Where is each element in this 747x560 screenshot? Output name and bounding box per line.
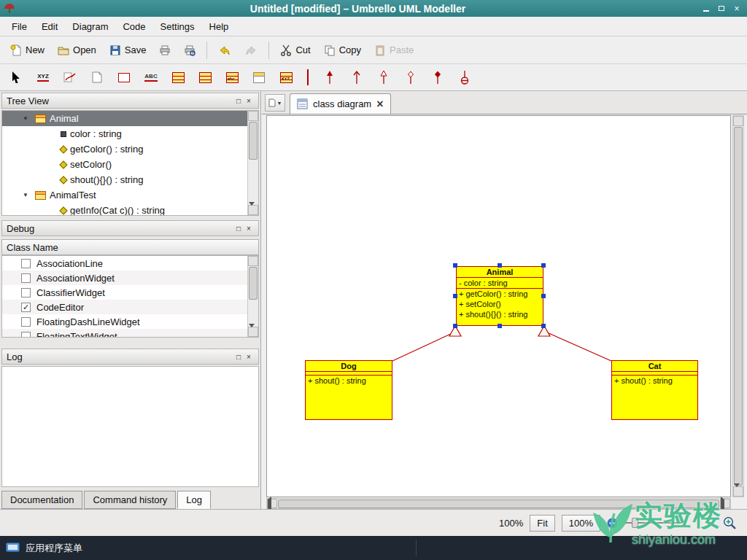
select-tool[interactable] (7, 69, 25, 86)
checkbox[interactable] (21, 317, 31, 327)
debug-panel-header[interactable]: Debug □ × (1, 220, 259, 236)
selection-handle[interactable] (541, 294, 546, 298)
minimize-button[interactable] (700, 3, 713, 15)
menu-help[interactable]: Help (202, 19, 236, 34)
menu-code[interactable]: Code (115, 19, 152, 34)
expand-arrow-icon[interactable]: ▼ (23, 115, 31, 122)
maximize-button[interactable] (715, 3, 728, 15)
tree-item-shout-method[interactable]: shout(){}() : string (2, 172, 258, 187)
datatype-tool[interactable]: XYZ (277, 69, 295, 86)
box-tool[interactable] (115, 69, 133, 86)
app-menu-label[interactable]: 应用程序菜单 (26, 542, 82, 555)
zoom-100-button[interactable]: 100% (562, 515, 600, 532)
selection-handle[interactable] (498, 324, 502, 328)
selection-handle[interactable] (453, 263, 457, 268)
tab-command-history[interactable]: Command history (84, 491, 176, 509)
save-button[interactable]: Save (104, 42, 152, 59)
tree-item-color-attribute[interactable]: color : string (2, 126, 258, 141)
log-panel-header[interactable]: Log □ × (1, 349, 259, 365)
diagram-canvas[interactable]: Animal - color : string + getColor() : s… (266, 115, 731, 497)
text-tool[interactable]: XYZ (34, 69, 52, 86)
checkbox[interactable] (21, 259, 31, 268)
menu-diagram[interactable]: Diagram (65, 19, 115, 34)
debug-row-floatingdashlinewidget[interactable]: FloatingDashLineWidget (2, 314, 258, 329)
selection-handle[interactable] (541, 263, 546, 268)
panel-float-icon[interactable]: □ (233, 96, 244, 106)
interface-tool[interactable]: abc (223, 69, 241, 86)
checkbox[interactable] (21, 288, 31, 298)
association-tool[interactable] (321, 69, 338, 86)
debug-row-associationwidget[interactable]: AssociationWidget (2, 271, 258, 285)
checkbox[interactable] (21, 273, 31, 283)
cut-button[interactable]: Cut (274, 42, 316, 59)
tree-view-scrollbar[interactable] (247, 111, 258, 215)
scroll-down-icon[interactable] (248, 205, 258, 215)
zoom-out-icon[interactable] (607, 518, 618, 529)
panel-float-icon[interactable]: □ (233, 223, 244, 233)
label-tool[interactable]: ABC (142, 69, 160, 86)
debug-list-scrollbar[interactable] (247, 256, 258, 337)
new-diagram-tab-button[interactable]: ▼ (265, 94, 285, 112)
print-button[interactable] (153, 42, 177, 59)
enum-tool[interactable] (250, 69, 268, 86)
uml-class-animal[interactable]: Animal - color : string + getColor() : s… (456, 266, 543, 326)
checkbox[interactable] (21, 332, 31, 338)
tree-item-getinfo-method[interactable]: getInfo(Cat c)() : string (2, 203, 258, 216)
selection-handle[interactable] (453, 294, 457, 298)
generalization-tool[interactable] (375, 69, 392, 86)
undo-button[interactable] (212, 42, 237, 59)
panel-close-icon[interactable]: × (244, 351, 254, 362)
zoom-slider-handle[interactable] (632, 518, 638, 528)
debug-row-classifierwidget[interactable]: ClassifierWidget (2, 285, 258, 300)
tree-item-animal[interactable]: ▼ Animal (2, 111, 258, 126)
tab-close-icon[interactable]: × (376, 99, 383, 109)
directed-association-tool[interactable] (348, 69, 365, 86)
scroll-up-icon[interactable] (733, 116, 743, 126)
panel-close-icon[interactable]: × (244, 96, 254, 106)
tab-log[interactable]: Log (177, 491, 211, 509)
canvas-horizontal-scrollbar[interactable] (266, 498, 731, 509)
redo-button[interactable] (239, 42, 263, 59)
tab-documentation[interactable]: Documentation (1, 491, 82, 509)
selection-handle[interactable] (541, 324, 546, 328)
tab-class-diagram[interactable]: class diagram × (290, 93, 391, 114)
zoom-in-icon[interactable] (723, 516, 737, 530)
class-tool[interactable] (169, 69, 187, 86)
class-name-column-header[interactable]: Class Name (1, 239, 259, 255)
menu-settings[interactable]: Settings (153, 19, 202, 34)
tree-item-setcolor-method[interactable]: setColor() (2, 157, 258, 172)
canvas-vertical-scrollbar[interactable] (732, 115, 744, 497)
tree-view-header[interactable]: Tree View □ × (1, 93, 259, 109)
fit-button[interactable]: Fit (530, 515, 554, 532)
panel-close-icon[interactable]: × (244, 223, 254, 233)
new-button[interactable]: New (4, 42, 50, 59)
aggregation-tool[interactable] (402, 69, 419, 86)
scroll-up-icon[interactable] (248, 256, 258, 266)
template-class-tool[interactable] (196, 69, 214, 86)
print-preview-button[interactable] (178, 42, 201, 59)
paste-button[interactable]: Paste (368, 42, 419, 59)
uml-class-cat[interactable]: Cat + shout() : string (611, 360, 698, 420)
selection-handle[interactable] (453, 324, 457, 328)
scroll-down-icon[interactable] (733, 486, 743, 497)
copy-button[interactable]: Copy (318, 42, 367, 59)
scroll-down-icon[interactable] (248, 327, 258, 337)
tree-item-animaltest[interactable]: ▼ AnimalTest (2, 187, 258, 203)
note-tool[interactable] (88, 69, 106, 86)
debug-row-codeeditor[interactable]: ✓ CodeEditor (2, 300, 258, 314)
close-button[interactable]: × (730, 3, 743, 15)
scroll-left-icon[interactable] (267, 499, 277, 508)
composition-tool[interactable] (429, 69, 446, 86)
debug-row-associationline[interactable]: AssociationLine (2, 256, 258, 271)
containment-tool[interactable] (456, 69, 473, 86)
scroll-right-icon[interactable] (720, 499, 730, 508)
menu-edit[interactable]: Edit (34, 19, 65, 34)
open-button[interactable]: Open (52, 42, 102, 59)
panel-float-icon[interactable]: □ (233, 351, 244, 362)
scroll-up-icon[interactable] (248, 111, 258, 121)
anchor-tool[interactable] (61, 69, 79, 86)
menu-file[interactable]: File (4, 19, 34, 34)
app-menu-icon[interactable] (6, 542, 20, 553)
debug-row-floatingtextwidget[interactable]: FloatingTextWidget (2, 329, 258, 338)
expand-arrow-icon[interactable]: ▼ (23, 192, 31, 198)
